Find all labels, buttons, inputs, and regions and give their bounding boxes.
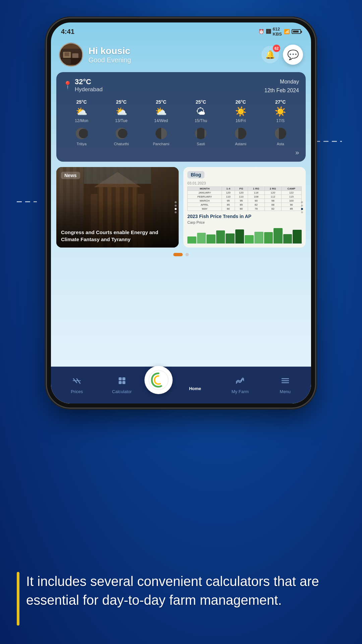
news-content: News Congress and Courts enable Energy a…	[56, 167, 179, 248]
weather-location: 📍 32°C Hyderabad	[63, 77, 103, 93]
moon-day-1: Chaturthi	[103, 127, 140, 146]
phone-screen: 4:41 ⏰ 🅱 612KBS 📶	[51, 22, 311, 404]
myfarm-label: My Farm	[232, 389, 249, 394]
blog-date: 03.01.2023	[187, 181, 302, 185]
moon-label-4: Astami	[235, 142, 246, 146]
moon-icon-4	[234, 127, 247, 140]
carousel-dots	[51, 253, 311, 256]
forecast-temp-2: 25°C	[156, 99, 166, 105]
chat-button[interactable]: 💬	[283, 45, 303, 65]
forecast-day-5: 27°C ☀️ 17/S	[262, 99, 299, 123]
weather-top: 📍 32°C Hyderabad Monday 12th Feb 2024	[63, 77, 299, 95]
weather-icon-4: ☀️	[235, 106, 247, 117]
forecast-temp-1: 25°C	[116, 99, 126, 105]
forecast-day-2: 25°C ⛅ 14/Wed	[142, 99, 180, 123]
bell-icon: 🔔	[265, 50, 275, 59]
header-buttons: 🔔 62 💬	[261, 45, 303, 65]
greeting-time: Good Evening	[88, 56, 131, 64]
forecast-temp-0: 25°C	[76, 99, 87, 105]
blog-scroll-dot-4	[301, 211, 303, 213]
bluetooth-icon: 🅱	[266, 29, 271, 34]
news-card[interactable]: News Congress and Courts enable Energy a…	[56, 167, 179, 248]
calculator-icon	[117, 376, 127, 388]
notification-button[interactable]: 🔔 62	[261, 46, 279, 63]
network-icon: 📶	[284, 29, 290, 34]
forecast-date-1: 13/Tue	[115, 118, 128, 123]
news-badge: News	[61, 172, 80, 179]
svg-rect-37	[122, 377, 125, 380]
forecast-day-3: 25°C 🌤 15/Thu	[182, 99, 220, 123]
forecast-row: 25°C ⛅ 12/Mon 25°C ⛅ 13/Tue 25°C ⛅ 14/We…	[63, 99, 299, 123]
header-area: Hi kousic Good Evening 🔔 62 💬	[51, 39, 311, 72]
location-pin-icon: 📍	[63, 81, 72, 90]
forecast-day-1: 25°C ⛅ 13/Tue	[103, 99, 140, 123]
moon-label-5: Asta	[277, 142, 284, 146]
chart-bar-10	[283, 234, 292, 244]
status-time: 4:41	[61, 28, 74, 36]
alarm-icon: ⏰	[258, 29, 264, 34]
forecast-date-4: 16/Fri	[236, 118, 246, 123]
signal-icon: 612KBS	[273, 26, 282, 37]
chart-bar-3	[216, 230, 225, 244]
moon-label-2: Panchami	[153, 142, 169, 146]
bottom-nav: Prices Calculator	[51, 367, 311, 404]
scroll-dot-4	[175, 211, 177, 213]
moon-icon-0	[75, 127, 88, 140]
weather-icon-2: ⛅	[155, 106, 167, 117]
chart-bar-5	[235, 229, 244, 244]
menu-icon	[281, 376, 290, 388]
nav-prices[interactable]: Prices	[54, 373, 99, 397]
greeting-name: Hi kousic	[88, 46, 131, 56]
greeting-text: Hi kousic Good Evening	[88, 46, 131, 64]
prices-icon	[72, 376, 81, 388]
moon-icon-3	[194, 127, 207, 140]
nav-myfarm[interactable]: My Farm	[218, 373, 262, 397]
blog-card[interactable]: Blog 03.01.2023 MONTH1-4FG1 RG2 RGCAMP J…	[183, 167, 306, 248]
weather-icon-1: ⛅	[116, 106, 127, 117]
forecast-day-0: 25°C ⛅ 12/Mon	[63, 99, 100, 123]
dot-2[interactable]	[185, 253, 189, 256]
status-icons: ⏰ 🅱 612KBS 📶	[258, 26, 301, 37]
battery-icon	[292, 29, 301, 34]
weather-icon-0: ⛅	[76, 106, 87, 117]
chat-icon: 💬	[287, 49, 299, 60]
forecast-date-2: 14/Wed	[154, 118, 168, 123]
weather-expand-button[interactable]: »	[63, 149, 299, 156]
moon-icon-2	[155, 127, 168, 140]
weather-icon-3: 🌤	[196, 106, 205, 117]
forecast-date-5: 17/S	[276, 118, 285, 123]
chart-bar-7	[254, 232, 263, 244]
tagline-section: It includes several convenient calculato…	[17, 572, 345, 626]
prices-label: Prices	[71, 389, 83, 394]
notification-badge: 62	[273, 45, 280, 52]
chart-bar-8	[264, 232, 273, 244]
scroll-indicators	[175, 201, 177, 213]
chart-bar-4	[226, 233, 235, 244]
nav-home[interactable]: Home	[173, 383, 218, 394]
chart-bar-11	[293, 230, 302, 244]
chart-bar-9	[274, 228, 283, 244]
home-logo-icon	[148, 370, 169, 390]
nav-calculator[interactable]: Calculator	[99, 373, 144, 397]
moon-day-4: Astami	[222, 127, 259, 146]
mini-chart	[187, 226, 302, 244]
chart-bar-1	[197, 233, 206, 244]
forecast-temp-4: 26°C	[235, 99, 246, 105]
blog-scroll-dot-1	[301, 201, 303, 203]
chart-bar-2	[206, 234, 216, 244]
moon-label-3: Sasti	[197, 142, 205, 146]
moon-day-5: Asta	[262, 127, 299, 146]
nav-menu[interactable]: Menu	[263, 373, 308, 397]
forecast-date-0: 12/Mon	[75, 118, 88, 123]
weather-day: Monday	[264, 77, 299, 86]
svg-rect-3	[65, 52, 69, 56]
home-button[interactable]	[144, 366, 173, 394]
weather-date: Monday 12th Feb 2024	[264, 77, 299, 95]
status-bar: 4:41 ⏰ 🅱 612KBS 📶	[51, 22, 311, 39]
forecast-temp-5: 27°C	[275, 99, 286, 105]
blog-badge: Blog	[187, 171, 204, 178]
dot-1[interactable]	[173, 253, 183, 256]
weather-full-date: 12th Feb 2024	[264, 86, 299, 95]
weather-location-text: 32°C Hyderabad	[75, 77, 103, 93]
chart-bar-6	[245, 235, 254, 244]
